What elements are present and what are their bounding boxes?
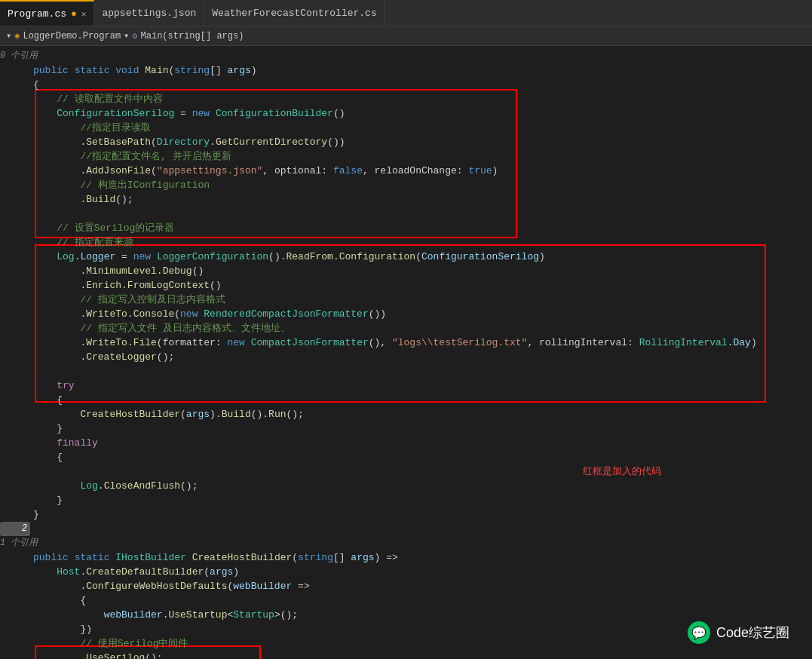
code-line: // 设置Serilog的记录器 <box>0 221 812 235</box>
code-line: { <box>0 593 812 608</box>
code-line <box>0 364 812 379</box>
code-line: // 指定配置来源 <box>0 235 812 250</box>
tab-bar: Program.cs ● ✕ appsettings.json WeatherF… <box>0 0 812 26</box>
code-line: .WriteTo.File(formatter: new CompactJson… <box>0 336 812 350</box>
code-line: Host.CreateDefaultBuilder(args) <box>0 565 812 579</box>
code-line: CreateHostBuilder(args).Build().Run(); <box>0 407 812 421</box>
code-line: .AddJsonFile("appsettings.json", optiona… <box>0 164 812 178</box>
code-line: .Enrich.FromLogContext() <box>0 278 812 293</box>
code-line <box>0 207 812 221</box>
breadcrumb-bar: ▾ ◈ LoggerDemo.Program ▾ ◇ Main(string[]… <box>0 26 812 46</box>
breadcrumb-class: LoggerDemo.Program <box>23 31 121 41</box>
code-line: { <box>0 450 812 464</box>
code-line: try <box>0 379 812 393</box>
wechat-icon: 💬 <box>688 621 710 644</box>
code-line: .WriteTo.Console(new RenderedCompactJson… <box>0 307 812 321</box>
code-line: .MinimumLevel.Debug() <box>0 264 812 278</box>
code-line: //指定配置文件名, 并开启热更新 <box>0 149 812 164</box>
code-line: // 指定写入文件 及日志内容格式、文件地址、 <box>0 321 812 336</box>
tab-label: appsettings.json <box>102 8 196 19</box>
tab-close-button[interactable]: ✕ <box>81 9 87 19</box>
tab-label: WeatherForecastController.cs <box>212 8 376 19</box>
tab-label: Program.cs <box>8 8 66 20</box>
breadcrumb-method-icon: ◇ <box>132 30 137 41</box>
breadcrumb-method: Main(string[] args) <box>141 31 244 41</box>
code-line: Log.CloseAndFlush(); <box>0 479 812 493</box>
code-line: .Build(); <box>0 192 812 207</box>
code-line: .UseSerilog(); <box>0 651 812 659</box>
code-line: } <box>0 493 812 507</box>
code-line: { <box>0 393 812 407</box>
code-line: } <box>0 507 812 522</box>
code-line: Log.Logger = new LoggerConfiguration().R… <box>0 250 812 264</box>
code-line: ConfigurationSerilog = new Configuration… <box>0 106 812 121</box>
breadcrumb-class-icon: ◈ <box>14 30 20 41</box>
tab-appsettings[interactable]: appsettings.json <box>94 0 204 26</box>
code-line: 2 <box>0 522 812 536</box>
tab-modified-icon: ● <box>71 8 77 20</box>
watermark: 💬 Code综艺圈 <box>688 621 789 644</box>
tab-program-cs[interactable]: Program.cs ● ✕ <box>0 0 94 26</box>
code-line: .ConfigureWebHostDefaults(webBuilder => <box>0 579 812 593</box>
code-line: // 指定写入控制及日志内容格式 <box>0 293 812 307</box>
watermark-text: Code综艺圈 <box>716 624 789 642</box>
code-line: // 构造出IConfiguration <box>0 178 812 192</box>
code-line: webBuilder.UseStartup<Startup>(); <box>0 608 812 622</box>
code-area[interactable]: 0 个引用 public static void Main(string[] a… <box>0 46 812 659</box>
code-line: .SetBasePath(Directory.GetCurrentDirecto… <box>0 135 812 149</box>
code-line: 1 个引用 <box>0 536 812 550</box>
code-line: { <box>0 78 812 92</box>
code-line: public static IHostBuilder CreateHostBui… <box>0 550 812 565</box>
code-line: finally <box>0 436 812 450</box>
code-line: } <box>0 421 812 436</box>
code-line: 0 个引用 <box>0 49 812 63</box>
breadcrumb-separator: ▾ <box>124 30 129 41</box>
code-line: 红框是加入的代码 <box>0 464 812 479</box>
code-line: // 读取配置文件中内容 <box>0 92 812 106</box>
tab-weatherforecast[interactable]: WeatherForecastController.cs <box>204 0 385 26</box>
code-line: .CreateLogger(); <box>0 350 812 364</box>
code-line: public static void Main(string[] args) <box>0 63 812 78</box>
code-line: //指定目录读取 <box>0 121 812 135</box>
breadcrumb-arrow: ▾ <box>6 30 11 41</box>
